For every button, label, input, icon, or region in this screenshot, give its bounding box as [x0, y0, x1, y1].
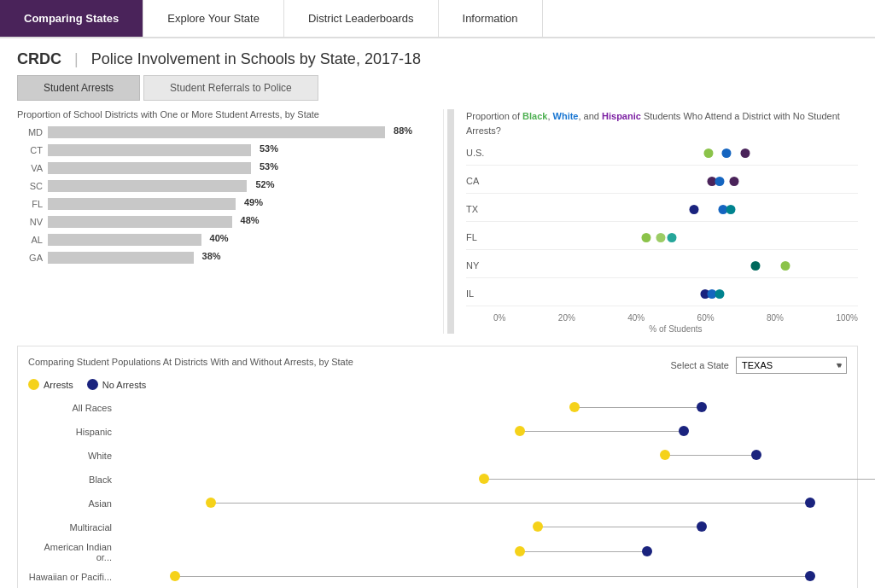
dumbbell-label: White: [28, 451, 120, 461]
arrests-dot: [206, 498, 216, 508]
dot-row: NY: [466, 257, 858, 278]
legend: Arrests No Arrests: [28, 379, 847, 390]
bar-fill: [48, 216, 232, 228]
data-dot: [715, 289, 724, 299]
dumbbell-label: Asian: [28, 498, 120, 509]
dumbbell-row: All Races: [28, 399, 847, 417]
title-divider: |: [74, 50, 79, 67]
dot-x-axis: 0% 20% 40% 60% 80% 100%: [466, 313, 858, 323]
no-arrests-dot: [805, 498, 815, 508]
dot-row: FL: [466, 229, 858, 250]
data-dot: [722, 148, 732, 158]
dumbbell-chart: All RacesHispanicWhiteBlackAsianMultirac…: [28, 399, 847, 586]
bar-fill: [48, 126, 385, 138]
nav-tab-information[interactable]: Information: [439, 0, 543, 37]
legend-arrests: Arrests: [28, 379, 73, 390]
dot-row-label: FL: [466, 232, 493, 242]
bar-pct-label: 53%: [256, 143, 278, 154]
bar-row: GA38%: [17, 252, 431, 264]
dumbbell-line: [520, 551, 647, 552]
dumbbell-label: American Indian or...: [28, 542, 120, 562]
arrests-dot: [515, 546, 525, 556]
dumbbell-label: Multiracial: [28, 522, 120, 533]
dot-row: IL: [466, 285, 858, 306]
bar-label: SC: [17, 181, 43, 191]
no-arrests-dot: [642, 546, 652, 556]
data-dot: [668, 233, 677, 242]
arrests-dot: [515, 426, 525, 436]
bar-row: CT53%: [17, 144, 431, 156]
dumbbell-row: Multiracial: [28, 518, 847, 537]
dot-row: U.S.: [466, 144, 858, 166]
no-arrests-dot: [805, 571, 815, 581]
top-nav: Comparing States Explore Your State Dist…: [0, 0, 875, 38]
no-arrests-dot: [697, 521, 707, 532]
bar-label: AL: [17, 235, 43, 245]
bar-row: MD88%: [17, 126, 431, 138]
bar-fill: [48, 198, 236, 210]
arrests-dot: [170, 571, 180, 581]
bar-pct-label: 49%: [241, 197, 263, 207]
data-dot: [689, 205, 698, 214]
nav-tab-comparing-states[interactable]: Comparing States: [0, 0, 143, 37]
bar-label: NV: [17, 217, 43, 227]
dumbbell-line: [665, 455, 755, 456]
data-dot: [642, 233, 651, 242]
legend-no-arrests: No Arrests: [87, 379, 146, 390]
bottom-section: Comparing Student Populations At Distric…: [17, 346, 858, 588]
dumbbell-line: [211, 503, 810, 504]
bar-chart-title: Proportion of School Districts with One …: [17, 109, 431, 119]
dumbbell-row: Hawaiian or Pacifi...: [28, 568, 847, 586]
bar-pct-label: 53%: [256, 161, 278, 172]
crdc-label: CRDC: [17, 50, 61, 67]
dumbbell-line: [575, 407, 702, 408]
bar-chart: MD88%CT53%VA53%SC52%FL49%NV48%AL40%GA38%: [17, 126, 431, 264]
bar-row: FL49%: [17, 198, 431, 210]
dumbbell-line: [520, 431, 683, 432]
dumbbell-row: American Indian or...: [28, 542, 847, 562]
no-arrests-dot: [679, 426, 689, 436]
data-dot: [729, 177, 738, 186]
dumbbell-label: Black: [28, 474, 120, 485]
dumbbell-line: [175, 576, 811, 577]
dot-row: TX: [466, 201, 858, 222]
dot-row-label: CA: [466, 176, 493, 186]
dumbbell-label: Hispanic: [28, 427, 120, 437]
bar-pct-label: 48%: [237, 215, 260, 225]
dot-chart-title: Proportion of Black, White, and Hispanic…: [466, 109, 858, 137]
page-title: CRDC | Police Involvement in Schools by …: [0, 38, 875, 75]
state-select[interactable]: TEXASALABAMACALIFORNIAFLORIDAGEORGIAMARY…: [736, 357, 847, 374]
data-dot: [726, 205, 735, 214]
dot-row: CA: [466, 172, 858, 194]
data-dot: [780, 261, 790, 271]
arrests-dot: [569, 402, 580, 412]
arrests-dot: [479, 474, 489, 484]
no-arrests-dot: [751, 450, 761, 460]
arrests-dot-icon: [28, 379, 39, 390]
right-panel: Proportion of Black, White, and Hispanic…: [458, 109, 858, 334]
bar-pct-label: 52%: [252, 179, 274, 189]
dumbbell-row: Black: [28, 470, 847, 489]
state-selector-group: Select a State TEXASALABAMACALIFORNIAFLO…: [671, 357, 848, 374]
bar-row: SC52%: [17, 180, 431, 192]
bar-row: AL40%: [17, 234, 431, 246]
left-scrollbar[interactable]: [447, 109, 454, 334]
dumbbell-label: All Races: [28, 403, 120, 413]
data-dot: [715, 177, 724, 186]
dumbbell-line: [484, 479, 876, 480]
nav-tab-district[interactable]: District Leaderboards: [284, 0, 439, 37]
tab-student-referrals[interactable]: Student Referrals to Police: [143, 75, 318, 101]
state-label: Select a State: [671, 360, 730, 370]
nav-tab-explore[interactable]: Explore Your State: [143, 0, 284, 37]
tab-student-arrests[interactable]: Student Arrests: [17, 75, 140, 101]
left-panel: Proportion of School Districts with One …: [17, 109, 444, 334]
dumbbell-row: Hispanic: [28, 422, 847, 441]
dot-row-label: NY: [466, 260, 493, 271]
bar-label: CT: [17, 145, 43, 155]
no-arrests-dot: [697, 402, 707, 412]
dumbbell-row: Asian: [28, 494, 847, 513]
dumbbell-label: Hawaiian or Pacifi...: [28, 572, 120, 582]
arrests-dot: [660, 450, 670, 460]
page-subtitle: Police Involvement in Schools by State, …: [91, 50, 421, 67]
bar-label: MD: [17, 127, 43, 137]
